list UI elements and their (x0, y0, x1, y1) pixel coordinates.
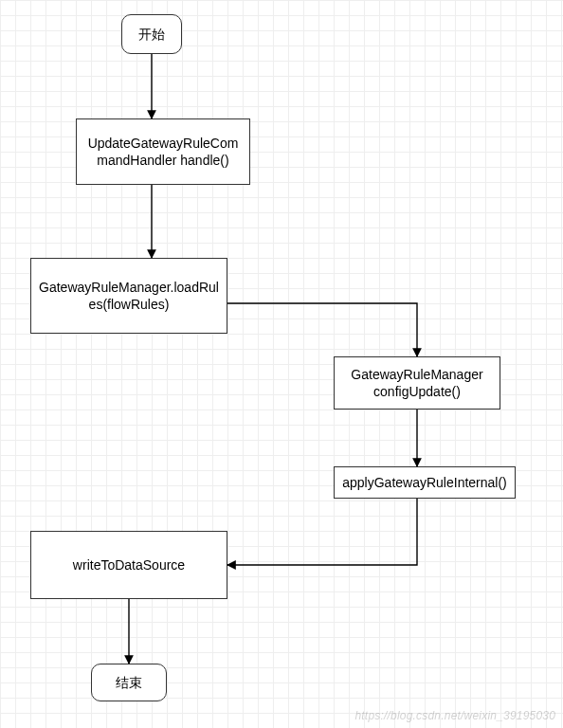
node-end-label: 结束 (116, 674, 142, 691)
node-n2: GatewayRuleManager.loadRules(flowRules) (30, 258, 227, 334)
node-n5: writeToDataSource (30, 531, 227, 599)
node-n5-label: writeToDataSource (73, 556, 185, 573)
node-start: 开始 (121, 14, 182, 54)
node-n3-label: GatewayRuleManager configUpdate() (340, 366, 494, 400)
node-n2-label: GatewayRuleManager.loadRules(flowRules) (37, 279, 221, 313)
node-n3: GatewayRuleManager configUpdate() (334, 356, 500, 410)
node-n4-label: applyGatewayRuleInternal() (342, 474, 507, 491)
node-n1: UpdateGatewayRuleCommandHandler handle() (76, 118, 250, 185)
watermark: https://blog.csdn.net/weixin_39195030 (354, 709, 555, 722)
node-n1-label: UpdateGatewayRuleCommandHandler handle() (82, 135, 244, 169)
node-n4: applyGatewayRuleInternal() (334, 466, 516, 499)
node-end: 结束 (91, 664, 167, 701)
watermark-text: https://blog.csdn.net/weixin_39195030 (354, 709, 555, 722)
node-start-label: 开始 (138, 26, 165, 43)
